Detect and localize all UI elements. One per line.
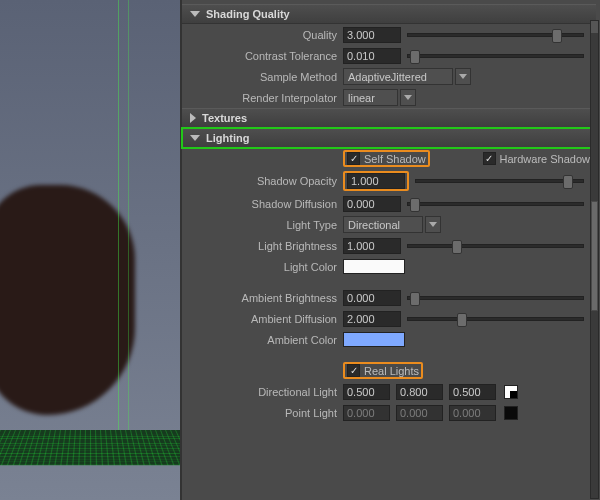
row-real-lights: Real Lights xyxy=(182,360,596,381)
disclosure-icon xyxy=(190,135,200,141)
field-label: Shadow Diffusion xyxy=(188,198,343,210)
directional-color-icon[interactable] xyxy=(504,385,518,399)
section-header-shading-quality[interactable]: Shading Quality xyxy=(182,4,596,24)
light-brightness-slider[interactable] xyxy=(407,244,584,248)
light-color-swatch[interactable] xyxy=(343,259,405,274)
ambient-brightness-slider[interactable] xyxy=(407,296,584,300)
section-title: Lighting xyxy=(206,132,249,144)
row-directional-light: Directional Light 0.500 0.800 0.500 xyxy=(182,381,596,402)
ambient-diffusion-slider[interactable] xyxy=(407,317,584,321)
row-ambient-color: Ambient Color xyxy=(182,329,596,350)
ambient-brightness-input[interactable]: 0.000 xyxy=(343,290,401,306)
field-label: Quality xyxy=(188,29,343,41)
viewport-object xyxy=(0,185,135,415)
row-sample-method: Sample Method AdaptiveJittered xyxy=(182,66,596,87)
chevron-down-icon xyxy=(459,74,467,79)
directional-light-x[interactable]: 0.500 xyxy=(343,384,390,400)
field-label: Ambient Diffusion xyxy=(188,313,343,325)
self-shadow-highlighted: Self Shadow xyxy=(343,150,430,167)
point-light-x: 0.000 xyxy=(343,405,390,421)
row-shadow-opacity: Shadow Opacity 1.000 xyxy=(182,169,596,193)
field-label: Light Type xyxy=(188,219,343,231)
row-point-light: Point Light 0.000 0.000 0.000 xyxy=(182,402,596,423)
shadow-opacity-highlighted: 1.000 xyxy=(343,171,409,191)
sample-method-dropdown[interactable]: AdaptiveJittered xyxy=(343,68,453,85)
section-title: Shading Quality xyxy=(206,8,290,20)
shadow-opacity-input[interactable]: 1.000 xyxy=(347,173,405,189)
render-interpolator-dropdown[interactable]: linear xyxy=(343,89,398,106)
row-light-color: Light Color xyxy=(182,256,596,277)
contrast-input[interactable]: 0.010 xyxy=(343,48,401,64)
ambient-color-swatch[interactable] xyxy=(343,332,405,347)
light-type-dropdown-arrow[interactable] xyxy=(425,216,441,233)
viewport-grid xyxy=(0,430,180,465)
shadow-diffusion-slider[interactable] xyxy=(407,202,584,206)
quality-input[interactable]: 3.000 xyxy=(343,27,401,43)
row-contrast-tolerance: Contrast Tolerance 0.010 xyxy=(182,45,596,66)
chevron-down-icon xyxy=(429,222,437,227)
row-shadow-checkboxes: Self Shadow Hardware Shadow xyxy=(182,148,596,169)
shadow-diffusion-input[interactable]: 0.000 xyxy=(343,196,401,212)
field-label: Point Light xyxy=(188,407,343,419)
row-render-interpolator: Render Interpolator linear xyxy=(182,87,596,108)
field-label: Sample Method xyxy=(188,71,343,83)
point-color-icon xyxy=(504,406,518,420)
row-ambient-diffusion: Ambient Diffusion 2.000 xyxy=(182,308,596,329)
field-label: Render Interpolator xyxy=(188,92,343,104)
field-label: Ambient Color xyxy=(188,334,343,346)
row-shadow-diffusion: Shadow Diffusion 0.000 xyxy=(182,193,596,214)
viewport-guideline xyxy=(128,0,129,460)
sample-method-dropdown-arrow[interactable] xyxy=(455,68,471,85)
section-header-textures[interactable]: Textures xyxy=(182,108,596,128)
ambient-diffusion-input[interactable]: 2.000 xyxy=(343,311,401,327)
render-interpolator-dropdown-arrow[interactable] xyxy=(400,89,416,106)
contrast-slider[interactable] xyxy=(407,54,584,58)
real-lights-highlighted: Real Lights xyxy=(343,362,423,379)
disclosure-icon xyxy=(190,113,196,123)
chevron-down-icon xyxy=(404,95,412,100)
point-light-y: 0.000 xyxy=(396,405,443,421)
point-light-z: 0.000 xyxy=(449,405,496,421)
field-label: Ambient Brightness xyxy=(188,292,343,304)
field-label: Light Brightness xyxy=(188,240,343,252)
checkbox-label: Real Lights xyxy=(364,365,419,377)
directional-light-y[interactable]: 0.800 xyxy=(396,384,443,400)
field-label: Contrast Tolerance xyxy=(188,50,343,62)
properties-panel: Shading Quality Quality 3.000 Contrast T… xyxy=(180,0,600,500)
light-type-dropdown[interactable]: Directional xyxy=(343,216,423,233)
quality-slider[interactable] xyxy=(407,33,584,37)
field-label: Shadow Opacity xyxy=(188,175,343,187)
section-header-lighting[interactable]: Lighting xyxy=(182,128,596,148)
directional-light-z[interactable]: 0.500 xyxy=(449,384,496,400)
scrollbar-up-icon[interactable] xyxy=(591,21,598,33)
field-label: Light Color xyxy=(188,261,343,273)
section-title: Textures xyxy=(202,112,247,124)
field-label: Directional Light xyxy=(188,386,343,398)
checkbox-label: Hardware Shadow xyxy=(500,153,591,165)
real-lights-checkbox[interactable] xyxy=(347,364,360,377)
self-shadow-checkbox[interactable] xyxy=(347,152,360,165)
viewport[interactable] xyxy=(0,0,180,500)
row-quality: Quality 3.000 xyxy=(182,24,596,45)
shadow-opacity-slider[interactable] xyxy=(415,179,584,183)
panel-scrollbar[interactable] xyxy=(590,20,599,499)
light-brightness-input[interactable]: 1.000 xyxy=(343,238,401,254)
row-light-brightness: Light Brightness 1.000 xyxy=(182,235,596,256)
scrollbar-thumb[interactable] xyxy=(591,201,598,311)
checkbox-label: Self Shadow xyxy=(364,153,426,165)
hardware-shadow-checkbox[interactable] xyxy=(483,152,496,165)
row-ambient-brightness: Ambient Brightness 0.000 xyxy=(182,287,596,308)
disclosure-icon xyxy=(190,11,200,17)
viewport-guideline xyxy=(118,0,119,460)
row-light-type: Light Type Directional xyxy=(182,214,596,235)
